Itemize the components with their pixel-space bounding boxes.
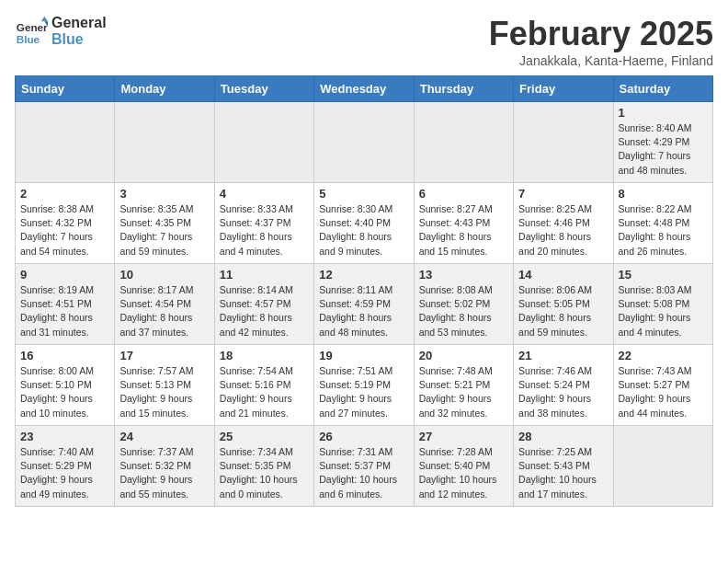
day-number: 4 <box>220 187 309 201</box>
day-detail: Sunrise: 8:30 AM Sunset: 4:40 PM Dayligh… <box>319 202 408 259</box>
svg-text:Blue: Blue <box>17 33 40 45</box>
weekday-header-friday: Friday <box>514 76 613 102</box>
calendar-day: 28Sunrise: 7:25 AM Sunset: 5:43 PM Dayli… <box>514 426 613 507</box>
day-number: 28 <box>518 430 608 443</box>
day-number: 3 <box>119 187 209 201</box>
day-detail: Sunrise: 7:54 AM Sunset: 5:16 PM Dayligh… <box>220 364 309 420</box>
calendar-day: 3Sunrise: 8:35 AM Sunset: 4:35 PM Daylig… <box>115 183 214 264</box>
calendar-day: 26Sunrise: 7:31 AM Sunset: 5:37 PM Dayli… <box>314 426 414 507</box>
day-detail: Sunrise: 8:06 AM Sunset: 5:05 PM Dayligh… <box>518 283 608 339</box>
day-detail: Sunrise: 7:48 AM Sunset: 5:21 PM Dayligh… <box>419 364 508 420</box>
calendar-week-row: 1Sunrise: 8:40 AM Sunset: 4:29 PM Daylig… <box>16 102 713 183</box>
calendar-day: 21Sunrise: 7:46 AM Sunset: 5:24 PM Dayli… <box>514 345 613 426</box>
day-detail: Sunrise: 8:19 AM Sunset: 4:51 PM Dayligh… <box>20 283 109 339</box>
weekday-header-saturday: Saturday <box>613 76 712 102</box>
weekday-header-row: SundayMondayTuesdayWednesdayThursdayFrid… <box>16 76 713 102</box>
calendar-day: 17Sunrise: 7:57 AM Sunset: 5:13 PM Dayli… <box>115 345 214 426</box>
calendar-day <box>16 102 115 183</box>
day-number: 11 <box>220 268 309 282</box>
calendar-day: 15Sunrise: 8:03 AM Sunset: 5:08 PM Dayli… <box>613 264 712 345</box>
calendar-day: 19Sunrise: 7:51 AM Sunset: 5:19 PM Dayli… <box>314 345 414 426</box>
weekday-header-tuesday: Tuesday <box>214 76 313 102</box>
calendar-day: 25Sunrise: 7:34 AM Sunset: 5:35 PM Dayli… <box>214 426 313 507</box>
day-detail: Sunrise: 8:25 AM Sunset: 4:46 PM Dayligh… <box>518 202 608 259</box>
day-detail: Sunrise: 8:38 AM Sunset: 4:32 PM Dayligh… <box>20 202 109 259</box>
day-number: 17 <box>119 349 209 362</box>
day-number: 24 <box>119 430 209 443</box>
calendar-week-row: 9Sunrise: 8:19 AM Sunset: 4:51 PM Daylig… <box>16 264 713 345</box>
day-number: 22 <box>619 349 708 362</box>
day-detail: Sunrise: 7:51 AM Sunset: 5:19 PM Dayligh… <box>319 364 408 420</box>
calendar-day <box>613 426 712 507</box>
calendar-day: 1Sunrise: 8:40 AM Sunset: 4:29 PM Daylig… <box>613 102 712 183</box>
day-number: 20 <box>419 349 508 362</box>
calendar-day: 11Sunrise: 8:14 AM Sunset: 4:57 PM Dayli… <box>214 264 313 345</box>
calendar-day: 9Sunrise: 8:19 AM Sunset: 4:51 PM Daylig… <box>16 264 115 345</box>
calendar-day <box>115 102 214 183</box>
day-detail: Sunrise: 8:00 AM Sunset: 5:10 PM Dayligh… <box>20 364 109 420</box>
day-detail: Sunrise: 7:40 AM Sunset: 5:29 PM Dayligh… <box>20 445 109 501</box>
calendar-day: 16Sunrise: 8:00 AM Sunset: 5:10 PM Dayli… <box>16 345 115 426</box>
day-detail: Sunrise: 8:03 AM Sunset: 5:08 PM Dayligh… <box>619 283 708 339</box>
month-title: February 2025 <box>489 15 713 53</box>
calendar-day: 5Sunrise: 8:30 AM Sunset: 4:40 PM Daylig… <box>314 183 414 264</box>
calendar-day: 4Sunrise: 8:33 AM Sunset: 4:37 PM Daylig… <box>214 183 313 264</box>
weekday-header-sunday: Sunday <box>16 76 115 102</box>
day-detail: Sunrise: 7:34 AM Sunset: 5:35 PM Dayligh… <box>220 445 309 501</box>
day-number: 26 <box>319 430 408 443</box>
calendar-day: 13Sunrise: 8:08 AM Sunset: 5:02 PM Dayli… <box>414 264 513 345</box>
calendar-week-row: 23Sunrise: 7:40 AM Sunset: 5:29 PM Dayli… <box>16 426 713 507</box>
day-number: 7 <box>518 187 608 201</box>
day-number: 19 <box>319 349 408 362</box>
day-detail: Sunrise: 8:27 AM Sunset: 4:43 PM Dayligh… <box>419 202 508 259</box>
calendar-day: 2Sunrise: 8:38 AM Sunset: 4:32 PM Daylig… <box>16 183 115 264</box>
calendar-day: 18Sunrise: 7:54 AM Sunset: 5:16 PM Dayli… <box>214 345 313 426</box>
day-detail: Sunrise: 8:08 AM Sunset: 5:02 PM Dayligh… <box>419 283 508 339</box>
day-detail: Sunrise: 8:33 AM Sunset: 4:37 PM Dayligh… <box>220 202 309 259</box>
day-number: 9 <box>20 268 109 282</box>
day-number: 5 <box>319 187 408 201</box>
logo-icon: General Blue <box>15 15 48 48</box>
calendar-day: 22Sunrise: 7:43 AM Sunset: 5:27 PM Dayli… <box>613 345 712 426</box>
calendar-day: 27Sunrise: 7:28 AM Sunset: 5:40 PM Dayli… <box>414 426 513 507</box>
day-detail: Sunrise: 8:35 AM Sunset: 4:35 PM Dayligh… <box>119 202 209 259</box>
day-number: 6 <box>419 187 508 201</box>
calendar-day <box>314 102 414 183</box>
day-number: 10 <box>119 268 209 282</box>
day-detail: Sunrise: 8:22 AM Sunset: 4:48 PM Dayligh… <box>619 202 708 259</box>
day-detail: Sunrise: 7:43 AM Sunset: 5:27 PM Dayligh… <box>619 364 708 420</box>
header: General Blue General Blue February 2025 … <box>15 15 713 68</box>
location-title: Janakkala, Kanta-Haeme, Finland <box>489 53 713 68</box>
calendar-day: 7Sunrise: 8:25 AM Sunset: 4:46 PM Daylig… <box>514 183 613 264</box>
day-number: 27 <box>419 430 508 443</box>
calendar-day <box>514 102 613 183</box>
weekday-header-monday: Monday <box>115 76 214 102</box>
calendar-day: 14Sunrise: 8:06 AM Sunset: 5:05 PM Dayli… <box>514 264 613 345</box>
title-area: February 2025 Janakkala, Kanta-Haeme, Fi… <box>489 15 713 68</box>
day-number: 25 <box>220 430 309 443</box>
day-detail: Sunrise: 7:25 AM Sunset: 5:43 PM Dayligh… <box>518 445 608 501</box>
calendar-day <box>214 102 313 183</box>
day-number: 12 <box>319 268 408 282</box>
svg-marker-2 <box>41 17 48 21</box>
calendar-week-row: 2Sunrise: 8:38 AM Sunset: 4:32 PM Daylig… <box>16 183 713 264</box>
calendar-table: SundayMondayTuesdayWednesdayThursdayFrid… <box>15 75 713 507</box>
calendar-day: 24Sunrise: 7:37 AM Sunset: 5:32 PM Dayli… <box>115 426 214 507</box>
weekday-header-wednesday: Wednesday <box>314 76 414 102</box>
day-detail: Sunrise: 8:17 AM Sunset: 4:54 PM Dayligh… <box>119 283 209 339</box>
day-detail: Sunrise: 7:57 AM Sunset: 5:13 PM Dayligh… <box>119 364 209 420</box>
day-number: 8 <box>619 187 708 201</box>
logo-line1: General <box>51 15 107 31</box>
day-number: 15 <box>619 268 708 282</box>
day-detail: Sunrise: 8:11 AM Sunset: 4:59 PM Dayligh… <box>319 283 408 339</box>
day-detail: Sunrise: 7:37 AM Sunset: 5:32 PM Dayligh… <box>119 445 209 501</box>
day-number: 13 <box>419 268 508 282</box>
calendar-day: 12Sunrise: 8:11 AM Sunset: 4:59 PM Dayli… <box>314 264 414 345</box>
day-detail: Sunrise: 8:14 AM Sunset: 4:57 PM Dayligh… <box>220 283 309 339</box>
day-number: 21 <box>518 349 608 362</box>
day-detail: Sunrise: 7:28 AM Sunset: 5:40 PM Dayligh… <box>419 445 508 501</box>
calendar-week-row: 16Sunrise: 8:00 AM Sunset: 5:10 PM Dayli… <box>16 345 713 426</box>
day-detail: Sunrise: 8:40 AM Sunset: 4:29 PM Dayligh… <box>619 121 708 178</box>
calendar-day <box>414 102 513 183</box>
day-number: 16 <box>20 349 109 362</box>
